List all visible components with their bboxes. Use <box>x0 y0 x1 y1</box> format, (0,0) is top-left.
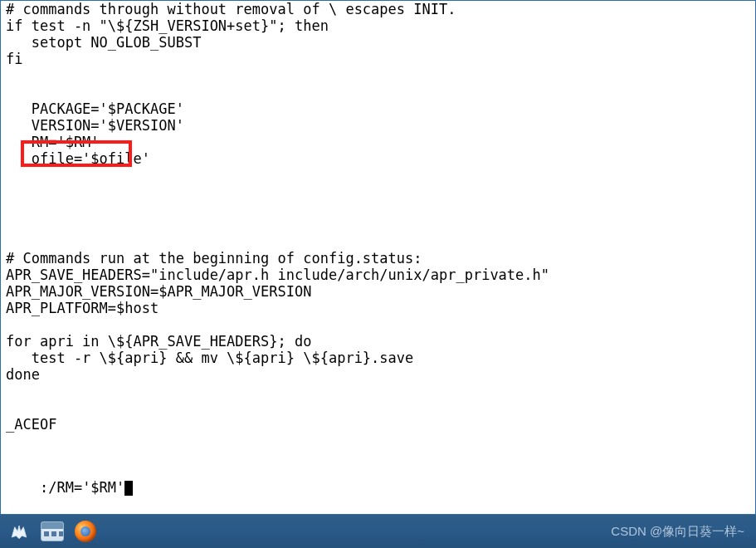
text-cursor <box>124 481 133 496</box>
terminal-editor[interactable]: # commands through without removal of \ … <box>0 0 756 515</box>
code-line <box>6 217 750 233</box>
code-line: VERSION='$VERSION' <box>6 117 750 134</box>
editor-content[interactable]: # commands through without removal of \ … <box>1 1 755 449</box>
code-line: for apri in \${APR_SAVE_HEADERS}; do <box>6 333 750 350</box>
code-line <box>6 383 750 399</box>
code-line <box>6 200 750 217</box>
firefox-icon[interactable] <box>73 519 98 544</box>
code-line <box>6 67 750 84</box>
code-line: RM='$RM' <box>6 134 750 150</box>
code-line: APR_MAJOR_VERSION=$APR_MAJOR_VERSION <box>6 283 750 300</box>
code-line <box>6 433 750 449</box>
watermark-text: CSDN @像向日葵一样~ <box>611 524 744 540</box>
code-line: APR_SAVE_HEADERS="include/apr.h include/… <box>6 267 750 283</box>
code-line <box>6 316 750 333</box>
code-line: fi <box>6 51 750 67</box>
code-line: done <box>6 366 750 383</box>
code-line: if test -n "\${ZSH_VERSION+set}"; then <box>6 17 750 34</box>
code-line: # Commands run at the beginning of confi… <box>6 250 750 267</box>
code-line: _ACEOF <box>6 416 750 433</box>
code-line <box>6 183 750 200</box>
code-line <box>6 233 750 250</box>
code-line: ofile='$ofile' <box>6 150 750 167</box>
code-line: APR_PLATFORM=$host <box>6 300 750 316</box>
vi-command-line[interactable]: :/RM='$RM' <box>1 462 755 514</box>
code-line <box>6 399 750 416</box>
code-line: PACKAGE='$PACKAGE' <box>6 100 750 117</box>
code-line: # commands through without removal of \ … <box>6 1 750 17</box>
start-menu-icon[interactable] <box>7 519 32 544</box>
taskbar: CSDN @像向日葵一样~ <box>0 515 756 548</box>
code-line: setopt NO_GLOB_SUBST <box>6 34 750 51</box>
code-line <box>6 167 750 183</box>
command-text: :/RM='$RM' <box>40 479 124 496</box>
code-line: test -r \${apri} && mv \${apri} \${apri}… <box>6 350 750 366</box>
file-manager-icon[interactable] <box>40 519 65 544</box>
code-line <box>6 84 750 100</box>
